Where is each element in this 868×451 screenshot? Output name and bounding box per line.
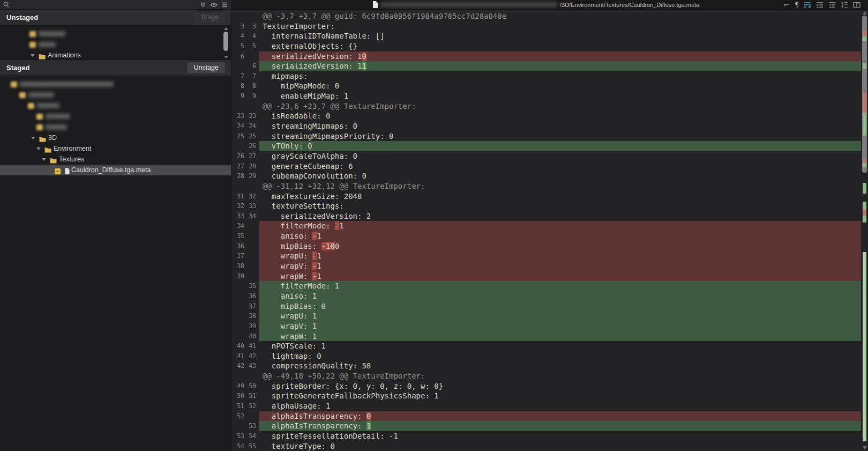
dash-icon[interactable] (783, 1, 790, 9)
code-text: aniso: 1 (259, 291, 861, 301)
tree-item-redacted[interactable] (0, 28, 231, 39)
tree-item-folder[interactable]: Animations (0, 50, 231, 60)
new-line-number: 43 (244, 361, 256, 371)
code-text: lightmap: 0 (259, 351, 861, 361)
hunk-header-row: @@ -49,18 +50,22 @@ TextureImporter: (231, 371, 861, 381)
new-line-number (244, 241, 256, 252)
old-line-number: 26 (231, 151, 244, 161)
sidebar-search-bar (0, 0, 231, 10)
old-line-number (231, 371, 244, 381)
old-line-number: 50 (231, 391, 244, 401)
word-wrap-icon[interactable] (804, 1, 811, 9)
diff-line-context: 2424 streamingMipmaps: 0 (231, 121, 861, 131)
tree-item-redacted[interactable] (0, 111, 231, 122)
new-line-number (244, 271, 256, 282)
diff-line-removed: 37 wrapU: -1 (231, 251, 861, 261)
pilcrow-icon[interactable]: ¶ (795, 1, 799, 9)
indent-icon[interactable] (828, 1, 836, 9)
diff-line-context: 3233 textureSettings: (231, 201, 861, 211)
staged-file-tree: 3DEnvironmentTexturesCauldron_Diffuse.tg… (0, 76, 231, 451)
code-text: alphaIsTransparency: 0 (259, 411, 861, 422)
tree-item-folder[interactable]: 3D (0, 132, 231, 143)
scroll-down-arrow-icon[interactable] (863, 446, 867, 449)
tree-item-redacted[interactable] (0, 79, 231, 90)
diff-line-context: 4243 compressionQuality: 50 (231, 361, 861, 371)
code-text: enableMipMap: 1 (259, 91, 861, 101)
tree-item-label: 3D (48, 134, 57, 142)
diff-line-added: 35 filterMode: 1 (231, 281, 861, 291)
tree-item-folder[interactable]: Textures (0, 154, 231, 165)
tree-item-redacted[interactable] (0, 122, 231, 132)
code-text: compressionQuality: 50 (259, 361, 861, 371)
split-view-icon[interactable] (853, 1, 860, 9)
unindent-icon[interactable] (816, 1, 824, 9)
code-text: wrapV: 1 (259, 321, 861, 331)
scrollbar-added-marker (863, 113, 866, 136)
tree-item-file[interactable]: Cauldron_Diffuse.tga.meta (0, 165, 231, 175)
expander-triangle-icon[interactable] (42, 158, 46, 161)
diff-line-context: 2627 grayScaleToAlpha: 0 (231, 151, 861, 161)
diff-line-removed: 34 filterMode: -1 (231, 221, 861, 231)
old-line-number: 37 (231, 251, 244, 261)
changed-chars-highlight: - (312, 252, 317, 260)
old-line-number: 6 (231, 51, 244, 62)
line-spacing-icon[interactable] (841, 1, 848, 9)
old-line-number: 9 (231, 91, 244, 101)
new-line-number: 3 (244, 21, 256, 32)
code-text: wrapU: 1 (259, 311, 861, 321)
code-text: mipBias: -100 (259, 241, 861, 252)
code-text: alphaIsTransparency: 1 (259, 421, 861, 431)
hunk-header-row: @@ -23,6 +23,7 @@ TextureImporter: (231, 101, 861, 112)
diff-line-added: 39 wrapV: 1 (231, 321, 861, 331)
expander-triangle-icon[interactable] (31, 54, 35, 57)
redacted-label (39, 42, 56, 47)
old-line-number: 32 (231, 201, 244, 211)
stage-button[interactable]: Stage (194, 12, 225, 23)
code-text: alphaUsage: 1 (259, 401, 861, 411)
diff-line-context: 44 internalIDToNameTable: [] (231, 31, 861, 41)
old-line-number: 35 (231, 231, 244, 241)
scrollbar-removed-marker (863, 31, 866, 36)
new-line-number: 37 (244, 301, 256, 312)
scrollbar-added-marker (863, 202, 866, 210)
new-line-number (244, 181, 256, 191)
folder-icon (39, 52, 46, 60)
code-text: wrapW: 1 (259, 331, 861, 342)
redacted-label (46, 124, 67, 130)
old-line-number (231, 181, 244, 191)
new-line-number: 35 (244, 281, 256, 291)
scroll-up-arrow-icon[interactable] (863, 11, 867, 14)
new-line-number: 32 (244, 191, 256, 202)
new-line-number (244, 11, 256, 21)
diff-line-context: 2728 generateCubemap: 6 (231, 161, 861, 172)
diff-line-removed: 6 serializedVersion: 10 (231, 51, 861, 62)
expander-triangle-icon[interactable] (31, 137, 35, 139)
new-line-number: 40 (244, 331, 256, 342)
new-line-number: 7 (244, 71, 256, 82)
diff-title-bar: /3D/Environment/Textures/Cauldron_Diffus… (231, 0, 868, 10)
old-line-number: 25 (231, 131, 244, 142)
new-line-number (244, 371, 256, 381)
double-chevron-down-icon[interactable] (200, 1, 206, 9)
menu-icon[interactable] (221, 1, 228, 9)
tree-item-redacted[interactable] (0, 90, 231, 100)
new-line-number: 52 (244, 401, 256, 411)
changed-chars-highlight: 1 (362, 62, 366, 70)
diff-scrollbar[interactable] (861, 10, 868, 451)
unstage-button[interactable]: Unstage (187, 62, 225, 73)
old-line-number: 53 (231, 431, 244, 441)
eye-icon[interactable] (210, 1, 218, 9)
new-line-number: 23 (244, 111, 256, 121)
new-line-number: 34 (244, 211, 256, 221)
new-line-number: 50 (244, 381, 256, 391)
code-text: nPOTScale: 1 (259, 341, 861, 351)
tree-item-redacted[interactable] (0, 100, 231, 111)
tree-item-redacted[interactable] (0, 39, 231, 50)
search-input[interactable] (12, 1, 197, 9)
tree-item-folder[interactable]: Environment (0, 143, 231, 154)
expander-triangle-icon[interactable] (36, 147, 41, 150)
hunk-header-row: @@ -31,12 +32,12 @@ TextureImporter: (231, 181, 861, 191)
code-text: isReadable: 0 (259, 111, 861, 121)
redacted-folder-icon (11, 82, 17, 87)
code-text: streamingMipmapsPriority: 0 (259, 131, 861, 142)
